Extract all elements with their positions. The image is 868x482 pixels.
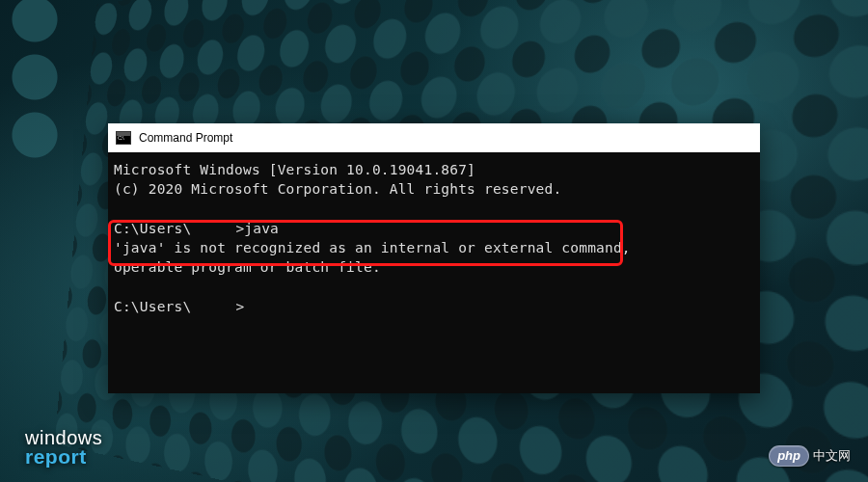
prompt2-caret: > [235, 299, 244, 314]
watermark-windowsreport: windows report [25, 429, 102, 467]
prompt-line-1: C:\Users\>java [114, 221, 279, 236]
copyright-line: (c) 2020 Microsoft Corporation. All righ… [114, 181, 561, 197]
version-line: Microsoft Windows [Version 10.0.19041.86… [114, 162, 475, 177]
prompt-line-2: C:\Users\> [114, 299, 244, 314]
watermark-php: php 中文网 [769, 445, 851, 467]
php-cn-text: 中文网 [813, 447, 851, 465]
prompt2-path: C:\Users\ [114, 299, 191, 314]
command-prompt-window: Command Prompt Microsoft Windows [Versio… [108, 123, 760, 393]
typed-command: >java [235, 221, 279, 236]
cmd-icon [116, 131, 131, 145]
titlebar[interactable]: Command Prompt [108, 123, 760, 152]
php-badge: php [769, 445, 809, 467]
error-line-1: 'java' is not recognized as an internal … [114, 240, 631, 255]
redacted-username [191, 223, 235, 235]
terminal-output[interactable]: Microsoft Windows [Version 10.0.19041.86… [108, 152, 760, 324]
redacted-username-2 [191, 301, 235, 313]
prompt1-path: C:\Users\ [114, 221, 191, 236]
watermark-left-line2: report [25, 447, 102, 467]
error-line-2: operable program or batch file. [114, 259, 381, 275]
window-title: Command Prompt [139, 131, 232, 145]
